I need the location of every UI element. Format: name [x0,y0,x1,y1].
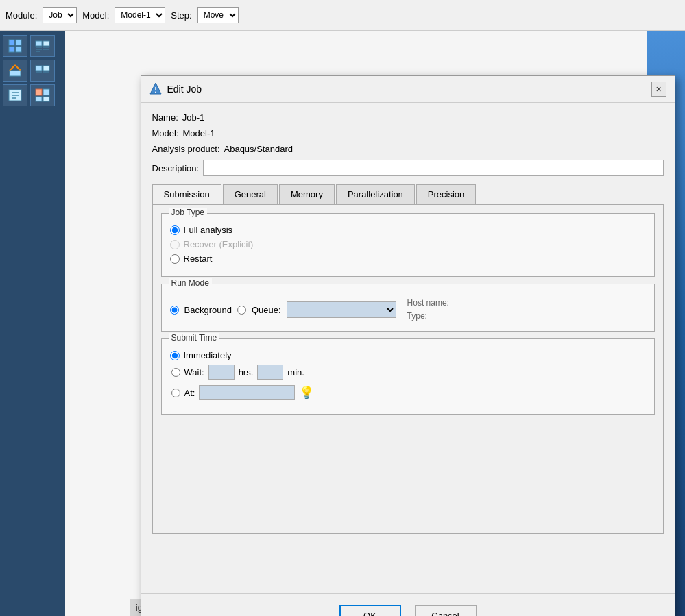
svg-line-12 [15,65,21,71]
job-type-title: Job Type [169,208,207,217]
submit-time-section: Submit Time Immediately Wait: hrs. [161,338,655,415]
immediately-radio[interactable] [170,351,180,360]
close-button[interactable]: × [651,82,666,97]
svg-rect-25 [43,97,49,101]
svg-rect-15 [43,66,49,71]
step-label: Step: [171,10,191,21]
module-label: Module: [5,10,37,21]
sidebar-icon-1[interactable] [3,35,27,57]
description-row: Description: [152,160,664,176]
at-radio[interactable] [171,389,180,397]
sidebar-icon-5[interactable] [3,84,27,106]
host-info: Host name: Type: [407,297,449,323]
svg-point-28 [155,91,156,93]
dialog-title: Edit Job [149,82,202,97]
recover-label: Recover (Explicit) [184,239,254,249]
host-name-label: Host name: [407,297,449,310]
svg-rect-13 [10,71,21,76]
min-label: min. [287,367,304,378]
svg-line-11 [10,65,15,71]
sidebar-icon-2[interactable] [30,35,55,57]
queue-label[interactable]: Queue: [252,305,281,315]
tab-precision[interactable]: Precision [416,184,476,204]
step-select[interactable]: Move [197,7,239,23]
at-option-row: At: 💡 [170,385,646,400]
tab-parallelization[interactable]: Parallelization [336,184,415,204]
module-select[interactable]: Job [43,7,77,23]
run-mode-title: Run Mode [169,278,212,288]
dialog-body: Name: Job-1 Model: Model-1 Analysis prod… [141,103,675,543]
sidebar-row-2 [3,60,62,82]
ok-button[interactable]: OK [339,605,401,616]
svg-rect-2 [9,47,14,52]
top-toolbar: Module: Job Model: Model-1 Step: Move [0,0,685,31]
svg-rect-1 [16,40,21,45]
analysis-value: Abaqus/Standard [224,144,293,154]
svg-rect-22 [36,89,42,95]
svg-rect-3 [16,47,21,52]
hrs-label: hrs. [239,367,254,378]
model-info-value: Model-1 [183,128,215,138]
edit-job-dialog: Edit Job × Name: Job-1 Model: Model-1 [141,75,675,616]
type-label: Type: [407,310,449,323]
lightbulb-icon[interactable]: 💡 [299,385,314,400]
svg-rect-23 [43,89,49,95]
name-row: Name: Job-1 [152,112,664,123]
immediately-option: Immediately [170,350,646,360]
background-radio[interactable] [170,306,179,315]
tab-submission[interactable]: Submission [152,184,221,204]
description-label: Description: [152,163,200,173]
tab-memory[interactable]: Memory [279,184,335,204]
tab-content-submission: Job Type Full analysis Recover (Explicit… [152,205,664,534]
restart-radio[interactable] [170,254,180,264]
sidebar-icon-3[interactable] [3,60,27,82]
queue-dropdown[interactable] [287,301,396,318]
model-select[interactable]: Model-1 [115,7,165,23]
dialog-title-icon [149,82,162,97]
analysis-row: Analysis product: Abaqus/Standard [152,144,664,154]
description-input[interactable] [203,160,663,176]
queue-radio[interactable] [237,306,246,315]
restart-label[interactable]: Restart [184,254,213,264]
svg-rect-0 [9,40,14,45]
run-mode-section: Run Mode Background Queue: [161,284,655,332]
job-type-section: Job Type Full analysis Recover (Explicit… [161,213,655,277]
recover-radio [170,240,180,249]
dialog-titlebar: Edit Job × [141,76,675,103]
recover-option: Recover (Explicit) [170,239,646,249]
background-label[interactable]: Background [184,305,232,315]
run-mode-row: Background Queue: Host name: Type: [170,291,646,323]
dialog-buttons: OK Cancel [141,593,675,616]
minutes-input[interactable] [257,365,283,380]
dialog-title-text: Edit Job [167,84,202,95]
tab-general[interactable]: General [223,184,278,204]
svg-rect-14 [36,66,42,71]
model-row: Model: Model-1 [152,128,664,138]
svg-rect-24 [36,97,42,101]
cancel-button[interactable]: Cancel [415,605,477,616]
svg-rect-4 [36,41,42,46]
dialog-overlay: Edit Job × Name: Job-1 Model: Model-1 [130,62,685,616]
tabs-container: Submission General Memory Parallelizatio… [152,184,664,205]
submit-time-title: Submit Time [169,333,220,343]
left-sidebar [0,31,65,616]
sidebar-icon-4[interactable] [30,60,55,82]
model-info-label: Model: [152,128,179,138]
sidebar-icon-6[interactable] [30,84,55,106]
wait-option-row: Wait: hrs. min. [170,365,646,380]
wait-radio[interactable] [171,368,180,377]
sidebar-row-3 [3,84,62,106]
full-analysis-option: Full analysis [170,225,646,235]
name-value: Job-1 [182,112,205,123]
svg-rect-5 [43,41,49,46]
hours-input[interactable] [208,365,235,380]
full-analysis-radio[interactable] [170,225,180,235]
sidebar-row-1 [3,35,62,57]
wait-label[interactable]: Wait: [184,367,204,378]
model-label: Model: [82,10,109,21]
at-time-input[interactable] [199,385,295,400]
analysis-label: Analysis product: [152,144,220,154]
full-analysis-label[interactable]: Full analysis [184,225,233,235]
immediately-label[interactable]: Immediately [184,350,232,360]
at-label[interactable]: At: [184,388,195,398]
